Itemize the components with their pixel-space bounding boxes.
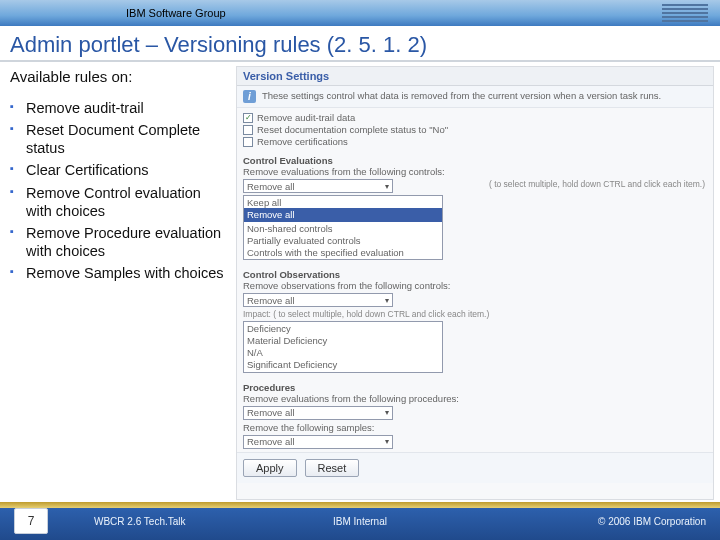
list-item: Reset Document Complete status: [10, 121, 226, 157]
slide-footer: 7 WBCR 2.6 Tech.Talk IBM Internal © 2006…: [0, 502, 720, 540]
apply-button[interactable]: Apply: [243, 459, 297, 477]
info-bar: i These settings control what data is re…: [237, 86, 713, 108]
chevron-down-icon: ▾: [385, 182, 389, 191]
checkbox-reset-docstatus[interactable]: Reset documentation complete status to "…: [243, 124, 707, 135]
control-eval-subhead: Remove evaluations from the following co…: [243, 166, 707, 177]
impact-label: Impact: ( to select multiple, hold down …: [243, 309, 707, 319]
checkbox-label: Reset documentation complete status to "…: [257, 124, 448, 135]
ibm-logo: [662, 4, 708, 22]
control-obs-subhead: Remove observations from the following c…: [243, 280, 707, 291]
rules-list: Remove audit-trail Reset Document Comple…: [10, 99, 226, 282]
footer-right-text: © 2006 IBM Corporation: [598, 516, 706, 527]
control-eval-heading: Control Evaluations: [243, 155, 707, 166]
embedded-screenshot: Version Settings i These settings contro…: [236, 66, 714, 500]
list-item: Remove Samples with choices: [10, 264, 226, 282]
info-text: These settings control what data is remo…: [262, 90, 661, 101]
list-item: Remove Procedure evaluation with choices: [10, 224, 226, 260]
checkbox-remove-cert[interactable]: Remove certifications: [243, 136, 707, 147]
control-obs-heading: Control Observations: [243, 269, 707, 280]
control-obs-select[interactable]: Remove all▾: [243, 293, 393, 307]
list-item: Remove Control evaluation with choices: [10, 184, 226, 220]
left-heading: Available rules on:: [10, 68, 226, 85]
reset-button[interactable]: Reset: [305, 459, 360, 477]
chevron-down-icon: ▾: [385, 408, 389, 417]
button-row: Apply Reset: [237, 452, 713, 483]
slide-body: Available rules on: Remove audit-trail R…: [0, 62, 720, 500]
footer-center-text: IBM Internal: [333, 516, 387, 527]
control-eval-listbox[interactable]: Keep all Remove all Non-shared controls …: [243, 195, 443, 260]
chevron-down-icon: ▾: [385, 437, 389, 446]
checkbox-label: Remove audit-trail data: [257, 112, 355, 123]
checkbox-remove-audit[interactable]: Remove audit-trail data: [243, 112, 707, 123]
info-icon: i: [243, 90, 256, 103]
procedures-subhead: Remove evaluations from the following pr…: [243, 393, 707, 404]
samples-select[interactable]: Remove all▾: [243, 435, 393, 449]
impact-listbox[interactable]: Deficiency Material Deficiency N/A Signi…: [243, 321, 443, 373]
slide-title: Admin portlet – Versioning rules (2. 5. …: [0, 26, 720, 62]
footer-accent-strip: [0, 502, 720, 508]
panel-title: Version Settings: [237, 67, 713, 86]
software-group-label: IBM Software Group: [126, 7, 226, 19]
chevron-down-icon: ▾: [385, 296, 389, 305]
control-eval-select[interactable]: Remove all▾: [243, 179, 393, 193]
page-number: 7: [14, 508, 48, 534]
procedures-select[interactable]: Remove all▾: [243, 406, 393, 420]
left-column: Available rules on: Remove audit-trail R…: [0, 62, 236, 500]
procedures-heading: Procedures: [243, 382, 707, 393]
multiselect-hint: ( to select multiple, hold down CTRL and…: [489, 179, 705, 189]
list-item: Clear Certifications: [10, 161, 226, 179]
top-banner: IBM Software Group: [0, 0, 720, 26]
footer-left-text: WBCR 2.6 Tech.Talk: [94, 516, 186, 527]
samples-label: Remove the following samples:: [243, 422, 707, 433]
checkbox-label: Remove certifications: [257, 136, 348, 147]
list-item: Remove audit-trail: [10, 99, 226, 117]
